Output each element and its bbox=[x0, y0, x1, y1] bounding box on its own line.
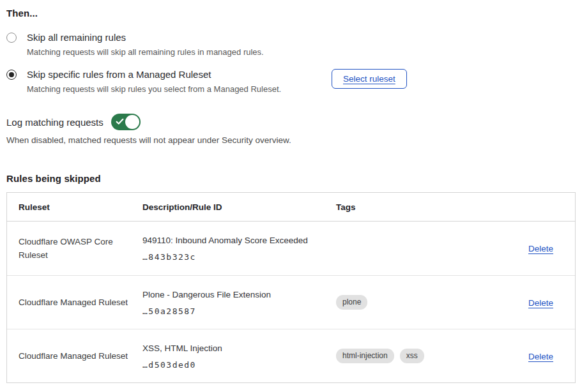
toggle-knob bbox=[125, 115, 139, 129]
check-icon bbox=[116, 117, 124, 126]
skip-all-remaining-description: Matching requests will skip all remainin… bbox=[27, 47, 264, 58]
log-matching-label: Log matching requests bbox=[6, 117, 103, 128]
option-skip-all-remaining: Skip all remaining rules Matching reques… bbox=[6, 31, 576, 58]
skip-specific-rules-radio[interactable] bbox=[6, 70, 17, 80]
description-cell: Plone - Dangerous File Extension …50a285… bbox=[142, 289, 336, 316]
skip-rule-configuration-page: Then... Skip all remaining rules Matchin… bbox=[0, 0, 582, 383]
ruleset-name: Cloudflare Managed Ruleset bbox=[7, 296, 142, 309]
actions-cell: Delete bbox=[528, 351, 575, 362]
log-matching-help-text: When disabled, matched requests will not… bbox=[6, 135, 576, 145]
rule-id: …d503ded0 bbox=[142, 360, 336, 370]
skip-specific-rules-label: Skip specific rules from a Managed Rules… bbox=[27, 68, 281, 82]
rule-id: …843b323c bbox=[142, 252, 336, 262]
rule-description: Plone - Dangerous File Extension bbox=[142, 289, 336, 301]
column-header-ruleset: Ruleset bbox=[7, 202, 142, 212]
table-row: Cloudflare OWASP Core Ruleset 949110: In… bbox=[7, 222, 575, 275]
column-header-tags: Tags bbox=[336, 202, 521, 212]
table-row: Cloudflare Managed Ruleset Plone - Dange… bbox=[7, 275, 575, 329]
rules-being-skipped-heading: Rules being skipped bbox=[6, 173, 576, 184]
delete-link[interactable]: Delete bbox=[528, 298, 553, 308]
then-heading: Then... bbox=[6, 8, 576, 19]
rule-id: …50a28587 bbox=[142, 306, 336, 316]
tags-cell: html-injection xss bbox=[336, 349, 521, 363]
ruleset-name: Cloudflare Managed Ruleset bbox=[7, 349, 142, 363]
actions-cell: Delete bbox=[528, 243, 575, 254]
column-header-description-rule-id: Description/Rule ID bbox=[142, 202, 336, 212]
tags-cell: plone bbox=[336, 295, 521, 310]
actions-cell: Delete bbox=[528, 297, 575, 308]
tag-badge: html-injection bbox=[336, 349, 394, 363]
rule-description: XSS, HTML Injection bbox=[142, 343, 336, 354]
description-cell: XSS, HTML Injection …d503ded0 bbox=[142, 343, 336, 370]
rules-being-skipped-table: Ruleset Description/Rule ID Tags Cloudfl… bbox=[6, 192, 576, 383]
table-row: Cloudflare Managed Ruleset XSS, HTML Inj… bbox=[7, 329, 575, 382]
skip-all-remaining-label: Skip all remaining rules bbox=[27, 31, 264, 45]
tag-badge: plone bbox=[336, 295, 367, 310]
tag-badge: xss bbox=[400, 349, 424, 363]
rule-description: 949110: Inbound Anomaly Score Exceeded bbox=[142, 235, 336, 246]
skip-options-group: Skip all remaining rules Matching reques… bbox=[6, 31, 576, 95]
skip-all-remaining-radio[interactable] bbox=[6, 33, 17, 43]
ruleset-name: Cloudflare OWASP Core Ruleset bbox=[7, 235, 142, 262]
log-matching-row: Log matching requests bbox=[6, 114, 576, 130]
option-skip-specific-rules: Skip specific rules from a Managed Rules… bbox=[6, 68, 576, 95]
delete-link[interactable]: Delete bbox=[528, 244, 553, 253]
select-ruleset-button[interactable]: Select ruleset bbox=[332, 69, 407, 89]
skip-specific-rules-text: Skip specific rules from a Managed Rules… bbox=[27, 68, 281, 95]
table-header-row: Ruleset Description/Rule ID Tags bbox=[7, 193, 575, 222]
skip-all-remaining-text: Skip all remaining rules Matching reques… bbox=[27, 31, 264, 58]
description-cell: 949110: Inbound Anomaly Score Exceeded …… bbox=[142, 235, 336, 262]
skip-specific-rules-description: Matching requests will skip rules you se… bbox=[27, 84, 281, 95]
delete-link[interactable]: Delete bbox=[528, 352, 553, 361]
log-matching-toggle[interactable] bbox=[111, 114, 141, 130]
